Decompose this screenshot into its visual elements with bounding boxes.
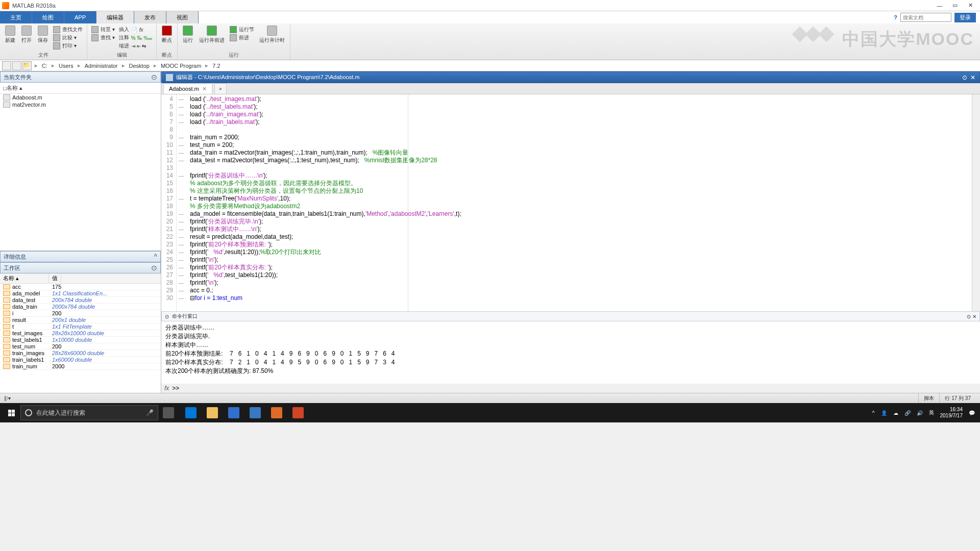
ws-row[interactable]: train_images28x28x60000 double <box>0 350 161 357</box>
print-button[interactable]: 打印 ▾ <box>53 42 83 50</box>
collapse-icon[interactable]: ⊙ <box>151 73 157 81</box>
workspace-header[interactable]: 工作区⊙ <box>0 262 161 273</box>
tray-clock[interactable]: 16:342019/7/17 <box>940 407 963 419</box>
indent-button[interactable]: 缩进 ⇥ ⇤ ⇆ <box>119 42 152 50</box>
folder-up-button[interactable]: 📁 <box>22 61 32 70</box>
task-edge[interactable] <box>181 405 201 420</box>
insert-button[interactable]: 插入 📄 fx <box>119 26 152 34</box>
nav-back-button[interactable] <box>2 61 11 70</box>
detail-header[interactable]: 详细信息^ <box>0 251 161 262</box>
editor-tabs: Adaboost.m✕ + <box>161 83 980 94</box>
task-explorer[interactable] <box>202 405 223 420</box>
tray-vol-icon[interactable]: 🔊 <box>917 410 923 416</box>
file-item[interactable]: Adaboost.m <box>0 94 161 101</box>
editor-close-icon[interactable]: ✕ <box>970 74 975 81</box>
tray-up-icon[interactable]: ^ <box>872 410 875 416</box>
ws-row[interactable]: acc175 <box>0 284 161 290</box>
minimize-button[interactable]: — <box>932 1 947 11</box>
status-script: 脚本 <box>918 393 939 403</box>
tab-home[interactable]: 主页 <box>0 11 32 23</box>
ws-row[interactable]: i200 <box>0 310 161 317</box>
file-item[interactable]: mat2vector.m <box>0 101 161 108</box>
ws-row[interactable]: test_images28x28x10000 double <box>0 330 161 337</box>
task-matlab[interactable] <box>266 405 287 420</box>
compare-button[interactable]: 比较 ▾ <box>53 34 83 42</box>
mfile-icon <box>3 102 10 108</box>
crumb-desktop[interactable]: Desktop <box>128 63 151 69</box>
tab-plot[interactable]: 绘图 <box>32 11 64 23</box>
ws-row[interactable]: ada_model1x1 ClassificationEn... <box>0 290 161 297</box>
find-button[interactable]: 查找 ▾ <box>91 34 115 42</box>
file-column-name[interactable]: □ 名称 ▴ <box>0 83 161 94</box>
ws-row[interactable]: t1x1 FitTemplate <box>0 323 161 330</box>
new-button[interactable]: 新建 <box>2 24 18 51</box>
help-icon[interactable]: ? <box>894 14 897 20</box>
run-section-button[interactable]: 运行节 <box>230 26 254 34</box>
ws-row[interactable]: train_num2000 <box>0 363 161 370</box>
task-powerpoint[interactable] <box>288 405 308 420</box>
editor-scrollbar[interactable] <box>972 94 980 311</box>
editor-path: 编辑器 - C:\Users\Administrator\Desktop\MOO… <box>176 73 359 81</box>
open-button[interactable]: 打开 <box>18 24 35 51</box>
tab-app[interactable]: APP <box>64 11 96 23</box>
mfile-icon <box>3 94 10 101</box>
command-output[interactable]: 分类器训练中…… 分类器训练完毕. 样本测试中…… 前20个样本预测结果: 7 … <box>161 321 980 384</box>
crumb-mooc[interactable]: MOOC Program <box>160 63 202 69</box>
find-files-button[interactable]: 查找文件 <box>53 26 83 34</box>
ws-row[interactable]: data_test200x784 double <box>0 297 161 304</box>
tab-add-button[interactable]: + <box>214 83 227 94</box>
crumb-admin[interactable]: Administrator <box>84 63 119 69</box>
maximize-button[interactable]: ▭ <box>947 1 963 11</box>
editor-dock-icon[interactable]: ⊙ <box>962 74 967 81</box>
editor-icon <box>166 74 173 81</box>
command-prompt[interactable]: fx>> <box>161 384 980 393</box>
tray-notif-icon[interactable]: 💬 <box>969 410 975 416</box>
cmd-header[interactable]: ⊙命令行窗口⊙ ✕ <box>161 311 980 321</box>
crumb-72[interactable]: 7.2 <box>211 63 221 69</box>
tray-net-icon[interactable]: 🔗 <box>904 410 911 416</box>
tab-publish[interactable]: 发布 <box>134 11 166 23</box>
save-button[interactable]: 保存 <box>35 24 51 51</box>
title-bar: MATLAB R2018a — ▭ ✕ <box>0 0 980 11</box>
breakpoints-button[interactable]: 断点 <box>159 24 175 45</box>
cortana-icon <box>25 409 32 416</box>
comment-button[interactable]: 注释 % ‰ ‱ <box>119 34 152 42</box>
task-view-button[interactable] <box>158 405 179 420</box>
advance-button[interactable]: 前进 <box>230 34 254 42</box>
crumb-users[interactable]: Users <box>58 63 75 69</box>
editor-title-bar: 编辑器 - C:\Users\Administrator\Desktop\MOO… <box>161 71 980 83</box>
status-location: 行 17 列 37 <box>939 393 976 403</box>
nav-fwd-button[interactable] <box>12 61 21 70</box>
goto-button[interactable]: 转至 ▾ <box>91 26 115 34</box>
tab-editor[interactable]: 编辑器 <box>96 11 134 23</box>
start-button[interactable] <box>2 405 20 420</box>
login-button[interactable]: 登录 <box>954 13 976 22</box>
close-button[interactable]: ✕ <box>963 1 978 11</box>
run-advance-button[interactable]: 运行并前进 <box>196 24 228 45</box>
windows-search[interactable]: 在此键入进行搜索🎤 <box>20 405 158 420</box>
address-bar: 📁 ▸C: ▸Users ▸Administrator ▸Desktop ▸MO… <box>0 60 980 71</box>
tray-ime[interactable]: 英 <box>929 409 934 416</box>
ws-row[interactable]: result200x1 double <box>0 317 161 323</box>
ws-row[interactable]: test_labels11x10000 double <box>0 337 161 343</box>
run-time-button[interactable]: 运行并计时 <box>256 24 288 45</box>
doc-search-input[interactable] <box>900 13 951 22</box>
ws-col-value[interactable]: 值 <box>49 273 61 283</box>
ws-row[interactable]: train_labels11x60000 double <box>0 357 161 363</box>
run-button[interactable]: 运行 <box>180 24 196 45</box>
task-mail[interactable] <box>245 405 265 420</box>
ws-row[interactable]: data_train2000x784 double <box>0 304 161 310</box>
code-editor[interactable]: 4567891011121314151617181920212223242526… <box>161 94 980 311</box>
group-bp-label: 断点 <box>159 52 175 59</box>
tray-cloud-icon[interactable]: ☁ <box>893 410 898 416</box>
task-store[interactable] <box>224 405 244 420</box>
current-folder-header[interactable]: 当前文件夹⊙ <box>0 71 161 83</box>
toolstrip: 新建 打开 保存 查找文件 比较 ▾ 打印 ▾ 文件 转至 ▾ 查找 ▾ 插入 … <box>0 23 980 60</box>
tray-people-icon[interactable]: 👤 <box>881 410 887 416</box>
crumb-c[interactable]: C: <box>41 63 48 69</box>
editor-tab[interactable]: Adaboost.m✕ <box>163 83 212 94</box>
tab-view[interactable]: 视图 <box>166 11 199 23</box>
ws-col-name[interactable]: 名称 ▴ <box>0 273 49 283</box>
tab-close-icon[interactable]: ✕ <box>202 86 207 92</box>
ws-row[interactable]: test_num200 <box>0 343 161 350</box>
